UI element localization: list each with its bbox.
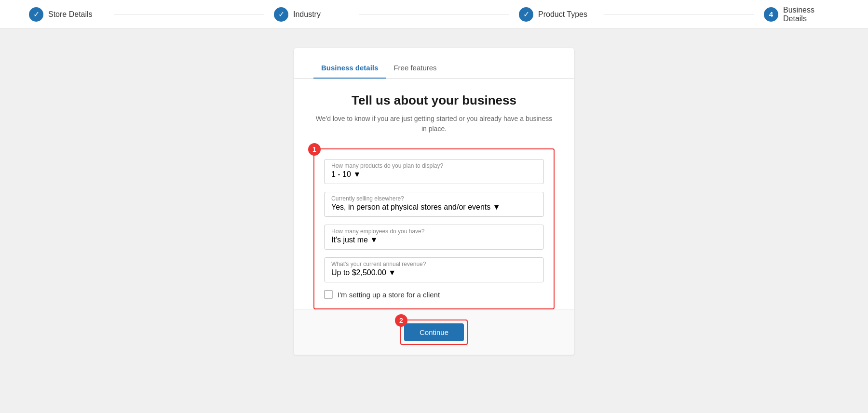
tab-business-details[interactable]: Business details: [313, 58, 386, 79]
step-divider-3: [604, 14, 754, 14]
tab-bar: Business details Free features: [294, 58, 574, 79]
continue-section: 2 Continue: [294, 309, 574, 355]
form-title: Tell us about your business: [313, 93, 555, 108]
products-count-label: How many products do you plan to display…: [331, 162, 526, 169]
employees-label: How many employees do you have?: [331, 228, 526, 235]
selling-elsewhere-arrow: ▼: [493, 203, 501, 211]
step-store-details-icon: ✓: [29, 7, 43, 22]
products-count-value: 1 - 10: [331, 170, 351, 178]
stepper: ✓ Store Details ✓ Industry ✓ Product Typ…: [0, 0, 868, 29]
step-industry: ✓ Industry: [274, 7, 349, 22]
step-product-types-label: Product Types: [538, 10, 587, 19]
step-divider-2: [359, 14, 509, 14]
selling-elsewhere-label: Currently selling elsewhere?: [331, 195, 526, 202]
tab-free-features[interactable]: Free features: [386, 58, 444, 79]
continue-wrapper: 2 Continue: [400, 320, 468, 345]
revenue-field[interactable]: What's your current annual revenue? Up t…: [324, 257, 544, 282]
selling-elsewhere-select[interactable]: Currently selling elsewhere? Yes, in per…: [324, 192, 544, 217]
revenue-value: Up to $2,500.00: [331, 268, 386, 277]
selling-elsewhere-field[interactable]: Currently selling elsewhere? Yes, in per…: [324, 192, 544, 217]
employees-field[interactable]: How many employees do you have? It's jus…: [324, 225, 544, 250]
step-store-details: ✓ Store Details: [29, 7, 104, 22]
selling-elsewhere-value: Yes, in person at physical stores and/or…: [331, 203, 490, 211]
step-store-details-label: Store Details: [48, 10, 93, 19]
step-product-types: ✓ Product Types: [519, 7, 594, 22]
revenue-label: What's your current annual revenue?: [331, 261, 526, 267]
products-count-select[interactable]: How many products do you plan to display…: [324, 159, 544, 184]
step-industry-icon: ✓: [274, 7, 288, 22]
form-content: Tell us about your business We'd love to…: [294, 79, 574, 309]
step-business-details-label: Business Details: [783, 6, 839, 23]
main-content: Business details Free features Tell us a…: [0, 29, 868, 374]
employees-arrow: ▼: [370, 236, 378, 244]
form-subtitle: We'd love to know if you are just gettin…: [313, 114, 555, 134]
revenue-arrow: ▼: [388, 268, 396, 277]
employees-select[interactable]: How many employees do you have? It's jus…: [324, 225, 544, 250]
main-card: Business details Free features Tell us a…: [294, 48, 574, 355]
fields-section: 1 How many products do you plan to displ…: [313, 148, 555, 309]
employees-value: It's just me: [331, 236, 368, 244]
products-count-field[interactable]: How many products do you plan to display…: [324, 159, 544, 184]
step-divider-1: [114, 14, 264, 14]
annotation-badge-1: 1: [308, 143, 321, 156]
step-product-types-icon: ✓: [519, 7, 533, 22]
revenue-select[interactable]: What's your current annual revenue? Up t…: [324, 257, 544, 282]
continue-button[interactable]: Continue: [404, 323, 464, 341]
client-checkbox[interactable]: [324, 290, 333, 299]
products-count-arrow: ▼: [353, 170, 361, 178]
step-business-details: 4 Business Details: [764, 6, 839, 23]
client-checkbox-row[interactable]: I'm setting up a store for a client: [324, 290, 544, 299]
annotation-badge-2: 2: [395, 314, 407, 327]
step-business-details-icon: 4: [764, 7, 778, 22]
client-checkbox-label: I'm setting up a store for a client: [338, 291, 440, 299]
step-industry-label: Industry: [293, 10, 321, 19]
